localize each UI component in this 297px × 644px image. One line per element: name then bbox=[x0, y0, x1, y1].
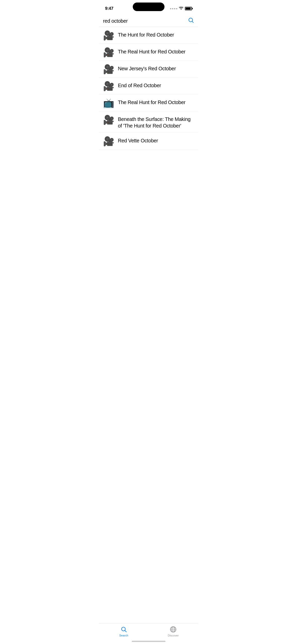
search-icon[interactable] bbox=[188, 17, 194, 25]
movie-icon: 🎥 bbox=[103, 115, 114, 124]
signal-icon bbox=[170, 8, 177, 9]
movie-icon: 🎥 bbox=[103, 65, 114, 74]
tv-icon: 📺 bbox=[103, 99, 114, 108]
dynamic-island bbox=[133, 3, 164, 11]
movie-icon: 🎥 bbox=[103, 31, 114, 40]
status-icons bbox=[170, 7, 192, 10]
status-time: 9:47 bbox=[105, 6, 113, 11]
result-title: The Real Hunt for Red October bbox=[118, 98, 185, 106]
results-list: 🎥The Hunt for Red October🎥The Real Hunt … bbox=[99, 27, 198, 150]
result-item[interactable]: 📺The Real Hunt for Red October bbox=[99, 94, 198, 111]
battery-icon bbox=[185, 7, 192, 10]
result-item[interactable]: 🎥The Real Hunt for Red October bbox=[99, 44, 198, 61]
movie-icon: 🎥 bbox=[103, 48, 114, 57]
search-query[interactable]: red october bbox=[103, 18, 128, 24]
result-item[interactable]: 🎥Beneath the Surface: The Making of 'The… bbox=[99, 111, 198, 133]
result-item[interactable]: 🎥Red Vette October bbox=[99, 133, 198, 150]
movie-icon: 🎥 bbox=[103, 137, 114, 146]
result-title: New Jersey's Red October bbox=[118, 64, 176, 72]
svg-line-1 bbox=[192, 21, 193, 23]
result-item[interactable]: 🎥End of Red October bbox=[99, 78, 198, 94]
result-title: Beneath the Surface: The Making of 'The … bbox=[118, 115, 194, 129]
result-title: The Real Hunt for Red October bbox=[118, 47, 185, 55]
result-title: End of Red October bbox=[118, 81, 161, 89]
result-item[interactable]: 🎥New Jersey's Red October bbox=[99, 61, 198, 78]
result-item[interactable]: 🎥The Hunt for Red October bbox=[99, 27, 198, 44]
result-title: Red Vette October bbox=[118, 136, 158, 144]
movie-icon: 🎥 bbox=[103, 82, 114, 91]
wifi-icon bbox=[179, 7, 183, 10]
search-bar[interactable]: red october bbox=[99, 15, 198, 27]
status-bar: 9:47 bbox=[99, 0, 198, 14]
result-title: The Hunt for Red October bbox=[118, 30, 174, 38]
